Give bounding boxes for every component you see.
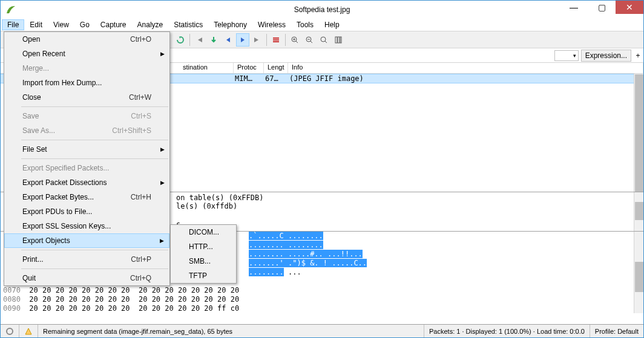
submenu-smb[interactable]: SMB... bbox=[171, 254, 236, 268]
expert-info-icon[interactable] bbox=[19, 325, 38, 337]
col-length[interactable]: Lengt bbox=[264, 63, 288, 73]
scrollbar[interactable] bbox=[634, 232, 643, 313]
menu-item-merge: Merge... bbox=[4, 61, 169, 76]
scrollbar[interactable] bbox=[634, 74, 643, 192]
add-filter-button[interactable]: + bbox=[632, 50, 643, 61]
menu-item-export-objects[interactable]: Export Objects▶ bbox=[4, 233, 169, 248]
toolbar-goto-first-icon[interactable] bbox=[192, 33, 206, 47]
menu-item-quit[interactable]: QuitCtrl+Q bbox=[4, 271, 169, 285]
close-button[interactable]: ✕ bbox=[616, 1, 643, 14]
menu-help[interactable]: Help bbox=[319, 19, 345, 30]
toolbar-zoom-out-icon[interactable] bbox=[303, 33, 316, 47]
toolbar-reload-icon[interactable] bbox=[174, 33, 187, 47]
menu-edit[interactable]: Edit bbox=[24, 19, 48, 30]
toolbar-zoom-in-icon[interactable] bbox=[288, 33, 301, 47]
menu-item-save: SaveCtrl+S bbox=[4, 109, 169, 123]
svg-point-5 bbox=[321, 37, 326, 42]
menu-item-save-as: Save As...Ctrl+Shift+S bbox=[4, 123, 169, 138]
menu-analyze[interactable]: Analyze bbox=[132, 19, 169, 30]
menu-statistics[interactable]: Statistics bbox=[168, 19, 208, 30]
maximize-button[interactable]: ▢ bbox=[588, 1, 616, 14]
menu-item-print[interactable]: Print...Ctrl+P bbox=[4, 252, 169, 267]
menu-view[interactable]: View bbox=[48, 19, 74, 30]
status-profile[interactable]: Profile: Default bbox=[590, 325, 643, 337]
window-title: Softpedia test.jpg bbox=[1, 5, 643, 14]
svg-rect-6 bbox=[335, 37, 337, 43]
toolbar-goto-last-icon[interactable] bbox=[251, 33, 264, 47]
col-protocol[interactable]: Protoc bbox=[234, 63, 264, 73]
menu-go[interactable]: Go bbox=[74, 19, 95, 30]
statusbar: Remaining segment data (image-jfif.remai… bbox=[1, 324, 643, 337]
menu-item-open[interactable]: OpenCtrl+O bbox=[4, 32, 169, 47]
svg-rect-1 bbox=[273, 39, 279, 41]
toolbar-autoscroll-icon[interactable] bbox=[269, 33, 283, 47]
submenu-http[interactable]: HTTP... bbox=[171, 239, 236, 254]
menu-telephony[interactable]: Telephony bbox=[208, 19, 252, 30]
svg-rect-8 bbox=[340, 37, 341, 43]
toolbar-next-icon[interactable] bbox=[236, 33, 249, 47]
svg-rect-7 bbox=[338, 37, 340, 43]
toolbar-resize-cols-icon[interactable] bbox=[332, 33, 345, 47]
minimize-button[interactable]: — bbox=[560, 1, 588, 14]
menu-item-export-packet-bytes[interactable]: Export Packet Bytes...Ctrl+H bbox=[4, 190, 169, 204]
toolbar-zoom-reset-icon[interactable] bbox=[317, 33, 330, 47]
menu-item-export-ssl-session-keys[interactable]: Export SSL Session Keys... bbox=[4, 219, 169, 233]
submenu-dicom[interactable]: DICOM... bbox=[171, 225, 236, 239]
menubar: File Edit View Go Capture Analyze Statis… bbox=[1, 19, 643, 31]
menu-capture[interactable]: Capture bbox=[95, 19, 132, 30]
toolbar-prev-icon[interactable] bbox=[222, 33, 235, 47]
status-packets: Packets: 1 · Displayed: 1 (100.0%) · Loa… bbox=[424, 325, 590, 337]
menu-item-export-packet-dissections[interactable]: Export Packet Dissections▶ bbox=[4, 175, 169, 190]
svg-rect-0 bbox=[273, 37, 279, 39]
titlebar: Softpedia test.jpg — ▢ ✕ bbox=[1, 1, 643, 19]
expression-button[interactable]: Expression... bbox=[581, 50, 631, 62]
menu-item-file-set[interactable]: File Set▶ bbox=[4, 142, 169, 157]
submenu-tftp[interactable]: TFTP bbox=[171, 268, 236, 283]
menu-item-close[interactable]: CloseCtrl+W bbox=[4, 90, 169, 105]
filter-history-dropdown[interactable]: ▾ bbox=[554, 50, 579, 61]
status-indicator-icon[interactable] bbox=[1, 325, 19, 337]
status-text: Remaining segment data (image-jfif.remai… bbox=[38, 325, 424, 337]
col-info[interactable]: Info bbox=[288, 63, 643, 73]
export-objects-submenu: DICOM... HTTP... SMB... TFTP bbox=[170, 224, 237, 284]
col-destination[interactable]: stination bbox=[179, 63, 234, 73]
menu-file[interactable]: File bbox=[2, 19, 24, 30]
svg-point-9 bbox=[7, 328, 13, 334]
svg-rect-2 bbox=[273, 41, 279, 42]
toolbar-goto-icon[interactable] bbox=[207, 33, 220, 47]
scrollbar[interactable] bbox=[634, 192, 643, 231]
menu-item-open-recent[interactable]: Open Recent▶ bbox=[4, 47, 169, 61]
file-menu-dropdown: OpenCtrl+OOpen Recent▶Merge...Import fro… bbox=[4, 31, 170, 286]
menu-item-export-pdus-to-file[interactable]: Export PDUs to File... bbox=[4, 204, 169, 219]
menu-tools[interactable]: Tools bbox=[291, 19, 319, 30]
menu-wireless[interactable]: Wireless bbox=[252, 19, 291, 30]
menu-item-export-specified-packets: Export Specified Packets... bbox=[4, 161, 169, 175]
menu-item-import-from-hex-dump[interactable]: Import from Hex Dump... bbox=[4, 76, 169, 90]
